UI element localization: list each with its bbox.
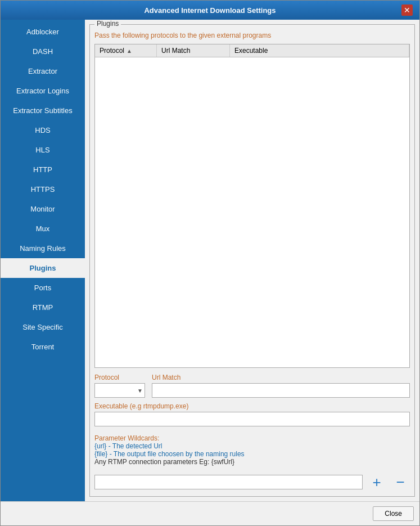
sidebar-item-monitor[interactable]: Monitor <box>1 199 85 219</box>
wildcards-title: Parameter Wildcards: <box>94 434 410 442</box>
sidebar-item-extractor[interactable]: Extractor <box>1 61 85 81</box>
sidebar-item-naming-rules[interactable]: Naming Rules <box>1 239 85 258</box>
plugins-table: Protocol ▲ Url Match Executable <box>94 44 410 368</box>
protocol-select[interactable] <box>94 383 145 398</box>
sidebar-item-http[interactable]: HTTP <box>1 160 85 179</box>
wildcard3: Any RTMP connection parameters Eg: {swfU… <box>94 458 410 466</box>
col-protocol[interactable]: Protocol ▲ <box>95 44 157 57</box>
close-button[interactable]: Close <box>373 506 414 521</box>
main-content: Adblocker DASH Extractor Extractor Login… <box>1 20 419 501</box>
right-panel: Plugins Pass the following protocols to … <box>85 20 419 501</box>
table-body <box>95 57 409 367</box>
sidebar-item-hls[interactable]: HLS <box>1 140 85 160</box>
sort-arrow-icon: ▲ <box>127 48 132 54</box>
url-match-input[interactable] <box>152 383 410 398</box>
sidebar-item-https[interactable]: HTTPS <box>1 179 85 199</box>
col-url-match[interactable]: Url Match <box>157 44 230 57</box>
wildcards-section: Parameter Wildcards: {url} - The detecte… <box>94 434 410 466</box>
group-label: Plugins <box>94 20 121 28</box>
instruction-text: Pass the following protocols to the give… <box>94 32 410 39</box>
protocol-group: Protocol ▼ <box>94 374 145 398</box>
sidebar: Adblocker DASH Extractor Extractor Login… <box>1 20 85 501</box>
col-executable[interactable]: Executable <box>230 44 409 57</box>
col-protocol-label: Protocol <box>100 47 124 55</box>
wildcard2: {file} - The output file choosen by the … <box>94 450 410 458</box>
remove-button[interactable]: − <box>391 473 410 492</box>
sidebar-item-plugins[interactable]: Plugins <box>1 258 85 278</box>
add-param-input[interactable] <box>94 475 363 489</box>
table-header: Protocol ▲ Url Match Executable <box>95 44 409 57</box>
wildcard1: {url} - The detected Url <box>94 442 410 450</box>
window-title: Advanced Internet Download Settings <box>19 6 401 15</box>
protocol-label: Protocol <box>94 374 145 381</box>
footer-bar: Close <box>1 501 419 525</box>
col-url-match-label: Url Match <box>161 47 190 55</box>
main-window: Advanced Internet Download Settings ✕ Ad… <box>0 0 420 526</box>
executable-input[interactable] <box>94 412 410 426</box>
window-close-button[interactable]: ✕ <box>401 5 413 16</box>
url-match-group: Url Match <box>152 374 410 398</box>
col-executable-label: Executable <box>234 47 268 55</box>
sidebar-item-torrent[interactable]: Torrent <box>1 337 85 357</box>
sidebar-item-mux[interactable]: Mux <box>1 219 85 239</box>
form-row-protocol-url: Protocol ▼ Url Match <box>94 374 410 398</box>
sidebar-item-extractor-logins[interactable]: Extractor Logins <box>1 81 85 101</box>
protocol-select-wrapper: ▼ <box>94 383 145 398</box>
bottom-row: + − <box>94 473 410 492</box>
sidebar-item-adblocker[interactable]: Adblocker <box>1 22 85 42</box>
executable-label: Executable (e.g rtmpdump.exe) <box>94 402 410 410</box>
sidebar-item-rtmp[interactable]: RTMP <box>1 298 85 317</box>
executable-group: Executable (e.g rtmpdump.exe) <box>94 402 410 426</box>
sidebar-item-site-specific[interactable]: Site Specific <box>1 317 85 337</box>
sidebar-item-hds[interactable]: HDS <box>1 120 85 140</box>
add-button[interactable]: + <box>367 473 386 492</box>
title-bar: Advanced Internet Download Settings ✕ <box>1 1 419 20</box>
sidebar-item-dash[interactable]: DASH <box>1 42 85 61</box>
url-match-label: Url Match <box>152 374 410 381</box>
sidebar-item-ports[interactable]: Ports <box>1 278 85 298</box>
plugins-group: Plugins Pass the following protocols to … <box>89 24 415 497</box>
sidebar-item-extractor-subtitles[interactable]: Extractor Subtitles <box>1 101 85 120</box>
